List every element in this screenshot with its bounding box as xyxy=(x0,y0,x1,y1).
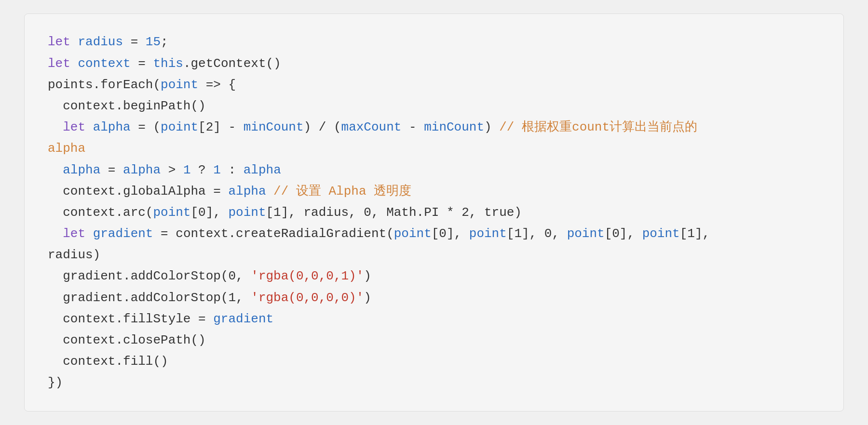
code-line-12: context.fillStyle = gradient xyxy=(48,308,820,330)
code-line-13: context.closePath() xyxy=(48,330,820,351)
code-block: let radius = 15; let context = this.getC… xyxy=(24,13,844,411)
code-line-8: context.arc(point[0], point[1], radius, … xyxy=(48,202,820,223)
var-radius: radius xyxy=(78,35,123,49)
code-line-4: context.beginPath() xyxy=(48,95,820,117)
code-line-3: points.forEach(point => { xyxy=(48,74,820,95)
code-line-11: gradient.addColorStop(1, 'rgba(0,0,0,0)'… xyxy=(48,287,820,308)
keyword-let: let xyxy=(48,35,78,49)
code-line-5b: alpha xyxy=(48,138,820,159)
code-line-9b: radius) xyxy=(48,244,820,266)
code-line-1: let radius = 15; xyxy=(48,31,820,53)
code-line-6: alpha = alpha > 1 ? 1 : alpha xyxy=(48,159,820,181)
code-line-5: let alpha = (point[2] - minCount) / (max… xyxy=(48,117,820,138)
code-line-2: let context = this.getContext() xyxy=(48,53,820,74)
code-line-7: context.globalAlpha = alpha // 设置 Alpha … xyxy=(48,181,820,202)
code-line-14: context.fill() xyxy=(48,351,820,372)
code-line-15: }) xyxy=(48,372,820,393)
code-line-10: gradient.addColorStop(0, 'rgba(0,0,0,1)'… xyxy=(48,266,820,287)
code-line-9: let gradient = context.createRadialGradi… xyxy=(48,223,820,244)
